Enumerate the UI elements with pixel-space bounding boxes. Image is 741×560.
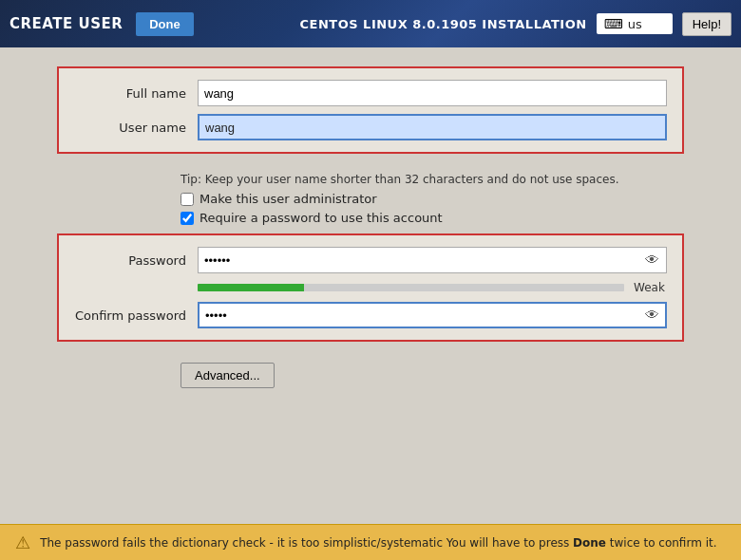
- strength-bar: [198, 284, 624, 291]
- username-input[interactable]: [198, 114, 667, 140]
- strength-label: Weak: [634, 281, 667, 294]
- password-row: Password 👁: [74, 247, 667, 273]
- advanced-area: Advanced...: [57, 355, 684, 388]
- confirm-label: Confirm password: [74, 308, 198, 323]
- keyboard-widget[interactable]: ⌨ us: [597, 13, 673, 34]
- installation-title: CENTOS LINUX 8.0.1905 INSTALLATION: [299, 17, 586, 31]
- confirm-eye-icon[interactable]: 👁: [645, 307, 659, 324]
- password-label: Password: [74, 253, 198, 268]
- header-right: CENTOS LINUX 8.0.1905 INSTALLATION ⌨ us …: [299, 12, 732, 36]
- require-password-checkbox[interactable]: [180, 212, 194, 225]
- warning-done-word: Done: [573, 536, 606, 550]
- help-button[interactable]: Help!: [682, 12, 732, 36]
- confirm-input[interactable]: [198, 302, 667, 328]
- warning-text: The password fails the dictionary check …: [40, 536, 716, 550]
- advanced-button[interactable]: Advanced...: [180, 363, 275, 388]
- done-button[interactable]: Done: [136, 12, 194, 36]
- main-content: Full name User name Tip: Keep your user …: [0, 47, 741, 407]
- require-password-label[interactable]: Require a password to use this account: [200, 211, 443, 225]
- strength-bar-fill: [198, 284, 304, 291]
- confirm-wrapper: 👁: [198, 302, 667, 328]
- fullname-label: Full name: [74, 86, 198, 101]
- strength-row: Weak: [74, 281, 667, 294]
- warning-text-after: twice to confirm it.: [606, 536, 717, 550]
- warning-text-before: The password fails the dictionary check …: [40, 536, 573, 550]
- confirm-row: Confirm password 👁: [74, 302, 667, 328]
- fullname-row: Full name: [74, 80, 667, 106]
- tip-text: Tip: Keep your user name shorter than 32…: [180, 173, 684, 186]
- tip-area: Tip: Keep your user name shorter than 32…: [57, 167, 684, 233]
- password-checkbox-row: Require a password to use this account: [180, 211, 684, 225]
- admin-checkbox-label[interactable]: Make this user administrator: [200, 192, 377, 206]
- header: CREATE USER Done CENTOS LINUX 8.0.1905 I…: [0, 0, 741, 47]
- password-wrapper: 👁: [198, 247, 667, 273]
- password-input[interactable]: [198, 247, 667, 273]
- admin-checkbox[interactable]: [180, 193, 194, 206]
- username-label: User name: [74, 121, 198, 135]
- admin-checkbox-row: Make this user administrator: [180, 192, 684, 206]
- warning-icon: ⚠: [15, 532, 30, 552]
- warning-bar: ⚠ The password fails the dictionary chec…: [0, 524, 741, 560]
- password-eye-icon[interactable]: 👁: [645, 252, 659, 269]
- keyboard-icon: ⌨: [604, 16, 623, 31]
- fullname-input[interactable]: [198, 80, 667, 106]
- header-left: CREATE USER Done: [10, 12, 194, 36]
- username-row: User name: [74, 114, 667, 140]
- name-section: Full name User name: [57, 66, 684, 154]
- keyboard-label: us: [628, 17, 642, 31]
- page-title: CREATE USER: [10, 15, 123, 32]
- password-section: Password 👁 Weak Confirm password 👁: [57, 233, 684, 342]
